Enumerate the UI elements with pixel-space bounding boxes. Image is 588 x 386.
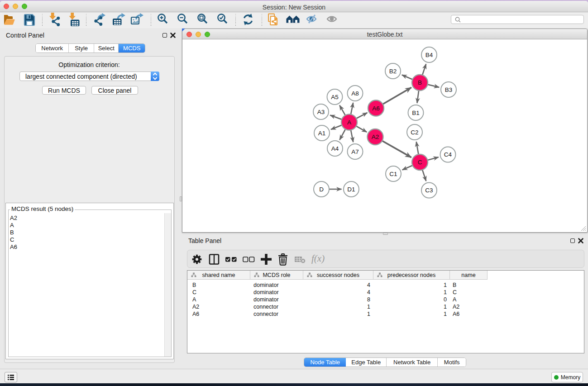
svg-text:A: A bbox=[347, 119, 351, 126]
svg-text:A8: A8 bbox=[351, 90, 359, 97]
svg-text:A4: A4 bbox=[331, 145, 339, 152]
svg-text:A6: A6 bbox=[372, 105, 380, 112]
svg-text:A1: A1 bbox=[318, 130, 326, 137]
svg-text:A7: A7 bbox=[351, 148, 359, 155]
svg-text:D: D bbox=[319, 186, 324, 193]
svg-text:B: B bbox=[418, 79, 422, 86]
svg-text:B3: B3 bbox=[445, 86, 453, 93]
svg-text:C3: C3 bbox=[425, 187, 433, 194]
svg-text:B1: B1 bbox=[412, 110, 420, 116]
svg-text:A2: A2 bbox=[372, 133, 379, 140]
svg-text:D1: D1 bbox=[347, 186, 355, 193]
svg-text:C: C bbox=[418, 159, 422, 166]
svg-text:B2: B2 bbox=[389, 68, 397, 75]
svg-text:C4: C4 bbox=[444, 151, 452, 158]
svg-text:C1: C1 bbox=[389, 171, 397, 177]
svg-text:A5: A5 bbox=[331, 94, 339, 100]
svg-text:A3: A3 bbox=[317, 109, 325, 115]
svg-text:B4: B4 bbox=[425, 52, 433, 58]
svg-text:C2: C2 bbox=[411, 129, 418, 136]
